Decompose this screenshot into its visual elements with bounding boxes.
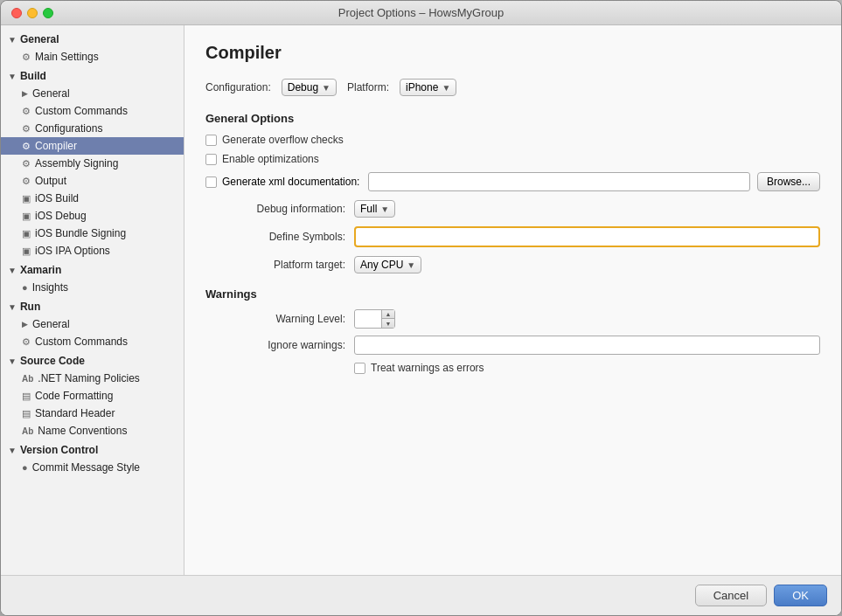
arrow-icon: ▼	[8, 302, 17, 312]
sidebar-item-output[interactable]: ⚙ Output	[1, 172, 184, 190]
titlebar: Project Options – HowsMyGroup	[1, 1, 841, 25]
sidebar-item-run-general-label: General	[32, 318, 70, 330]
ignore-warnings-input[interactable]	[354, 336, 820, 355]
optimize-label: Enable optimizations	[222, 153, 319, 165]
check-circle-icon: ●	[22, 462, 28, 473]
sidebar-item-net-naming[interactable]: Ab .NET Naming Policies	[1, 370, 184, 387]
ok-button[interactable]: OK	[774, 585, 827, 606]
chevron-down-icon: ▼	[380, 204, 389, 214]
warning-level-stepper: 4 ▲ ▼	[354, 309, 395, 329]
sidebar-item-custom-commands[interactable]: ⚙ Custom Commands	[1, 102, 184, 120]
circle-icon: ●	[22, 282, 28, 293]
sidebar-item-commit-message[interactable]: ● Commit Message Style	[1, 459, 184, 476]
platform-dropdown[interactable]: iPhone ▼	[400, 79, 456, 96]
optimize-checkbox[interactable]	[205, 154, 217, 165]
sidebar-item-ios-bundle-signing[interactable]: ▣ iOS Bundle Signing	[1, 225, 184, 242]
sidebar-group-run[interactable]: ▼ Run	[1, 298, 184, 315]
platform-value: iPhone	[406, 81, 438, 93]
sidebar-item-configurations[interactable]: ⚙ Configurations	[1, 120, 184, 137]
sidebar-item-ios-ipa-options-label: iOS IPA Options	[35, 245, 110, 257]
warnings-section: Warnings Warning Level: 4 ▲ ▼ Ignore war…	[205, 287, 820, 374]
define-symbols-input[interactable]: DEBUG;ENABLE_TEST_CLOUD;	[356, 228, 818, 246]
sidebar-group-general[interactable]: ▼ General	[1, 31, 184, 48]
debug-info-dropdown[interactable]: Full ▼	[354, 200, 395, 218]
main-window: Project Options – HowsMyGroup ▼ General …	[0, 0, 842, 616]
chevron-down-icon: ▼	[407, 260, 415, 270]
ignore-warnings-row: Ignore warnings:	[205, 336, 820, 355]
sidebar-item-build-general[interactable]: ▶ General	[1, 85, 184, 102]
maximize-button[interactable]	[43, 8, 53, 18]
xmldoc-row: Generate xml documentation: HowsMyGroup.…	[205, 172, 820, 191]
block-icon: ▣	[22, 228, 31, 239]
cancel-button[interactable]: Cancel	[695, 585, 767, 606]
sidebar-item-standard-header[interactable]: ▤ Standard Header	[1, 405, 184, 422]
sidebar-item-run-general[interactable]: ▶ General	[1, 315, 184, 333]
browse-button[interactable]: Browse...	[757, 172, 820, 191]
sidebar-item-ios-debug[interactable]: ▣ iOS Debug	[1, 207, 184, 225]
debug-info-value: Full	[360, 203, 377, 215]
sidebar-section-version-control: ▼ Version Control ● Commit Message Style	[1, 441, 184, 476]
sidebar-group-version-control[interactable]: ▼ Version Control	[1, 441, 184, 459]
debug-info-label: Debug information:	[205, 203, 354, 215]
block-icon: ▣	[22, 193, 31, 204]
stepper-buttons: ▲ ▼	[381, 310, 394, 328]
play-icon: ▶	[22, 89, 28, 98]
warning-level-row: Warning Level: 4 ▲ ▼	[205, 309, 820, 329]
config-platform-bar: Configuration: Debug ▼ Platform: iPhone …	[205, 79, 820, 96]
sidebar-group-xamarin-label: Xamarin	[20, 264, 61, 276]
sidebar-item-insights[interactable]: ● Insights	[1, 279, 184, 296]
configuration-dropdown[interactable]: Debug ▼	[282, 79, 337, 96]
sidebar-section-source-code: ▼ Source Code Ab .NET Naming Policies ▤ …	[1, 352, 184, 440]
sidebar: ▼ General ⚙ Main Settings ▼ Build ▶ Gene…	[1, 25, 184, 575]
sidebar-item-ios-build-label: iOS Build	[35, 192, 79, 204]
xmldoc-input[interactable]: HowsMyGroup.xml	[368, 172, 750, 191]
gear-icon: ⚙	[22, 106, 31, 117]
sidebar-group-source-code[interactable]: ▼ Source Code	[1, 352, 184, 370]
sidebar-item-ios-ipa-options[interactable]: ▣ iOS IPA Options	[1, 242, 184, 260]
xmldoc-label: Generate xml documentation:	[222, 176, 359, 188]
close-button[interactable]	[11, 8, 22, 18]
sidebar-group-build[interactable]: ▼ Build	[1, 67, 184, 85]
sidebar-item-standard-header-label: Standard Header	[35, 407, 115, 419]
configuration-label: Configuration:	[205, 81, 271, 93]
minimize-button[interactable]	[27, 8, 38, 18]
sidebar-item-run-custom-commands[interactable]: ⚙ Custom Commands	[1, 333, 184, 350]
platform-target-dropdown[interactable]: Any CPU ▼	[354, 256, 421, 273]
sidebar-item-ios-bundle-signing-label: iOS Bundle Signing	[35, 227, 126, 239]
sidebar-item-assembly-signing[interactable]: ⚙ Assembly Signing	[1, 155, 184, 172]
xmldoc-checkbox[interactable]	[205, 176, 217, 188]
warning-level-label: Warning Level:	[205, 313, 354, 325]
sidebar-group-xamarin[interactable]: ▼ Xamarin	[1, 261, 184, 279]
warning-level-input[interactable]: 4	[355, 311, 381, 327]
sidebar-item-run-custom-commands-label: Custom Commands	[35, 336, 128, 348]
gear-icon: ⚙	[22, 336, 31, 348]
sidebar-item-compiler[interactable]: ⚙ Compiler	[1, 137, 184, 155]
sidebar-section-build: ▼ Build ▶ General ⚙ Custom Commands ⚙ Co…	[1, 67, 184, 260]
platform-target-label: Platform target:	[205, 259, 354, 271]
list-icon: ▤	[22, 408, 31, 419]
sidebar-section-xamarin: ▼ Xamarin ● Insights	[1, 261, 184, 296]
sidebar-item-name-conventions-label: Name Conventions	[38, 425, 127, 437]
sidebar-item-code-formatting[interactable]: ▤ Code Formatting	[1, 387, 184, 405]
sidebar-item-main-settings[interactable]: ⚙ Main Settings	[1, 48, 184, 66]
sidebar-group-general-label: General	[20, 33, 59, 45]
footer: Cancel OK	[1, 575, 841, 615]
chevron-down-icon: ▼	[442, 83, 450, 93]
define-symbols-label: Define Symbols:	[205, 231, 354, 243]
sidebar-item-ios-debug-label: iOS Debug	[35, 210, 87, 222]
gear-icon: ⚙	[22, 176, 31, 187]
arrow-icon: ▼	[8, 356, 17, 366]
sidebar-item-name-conventions[interactable]: Ab Name Conventions	[1, 422, 184, 440]
arrow-icon: ▼	[8, 446, 17, 455]
optimize-option-row: Enable optimizations	[205, 153, 820, 165]
sidebar-section-run: ▼ Run ▶ General ⚙ Custom Commands	[1, 298, 184, 350]
sidebar-item-net-naming-label: .NET Naming Policies	[38, 372, 139, 384]
stepper-down-button[interactable]: ▼	[382, 319, 394, 328]
overflow-checkbox[interactable]	[205, 135, 217, 146]
gear-icon: ⚙	[22, 158, 31, 170]
sidebar-item-ios-build[interactable]: ▣ iOS Build	[1, 190, 184, 207]
stepper-up-button[interactable]: ▲	[382, 310, 394, 319]
treat-warnings-checkbox[interactable]	[354, 363, 365, 374]
general-options-header: General Options	[205, 112, 820, 125]
gear-icon: ⚙	[22, 123, 31, 135]
